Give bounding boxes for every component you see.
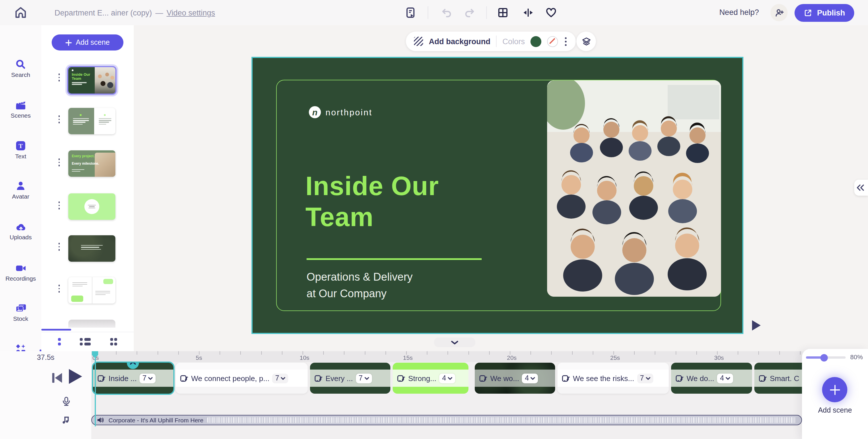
redo-icon[interactable] [464,7,475,19]
scene-thumbnail-4[interactable] [68,193,115,220]
mini-title-line2: Every milestone. [72,162,99,165]
sidebar-item-stock[interactable]: Stock [0,303,41,322]
scene-menu-icon[interactable] [56,243,62,251]
chevron-down-icon [646,377,650,380]
text-icon: T [15,140,26,152]
add-background-button[interactable]: Add background [429,37,491,45]
scene-menu-icon[interactable] [56,201,62,210]
green-color-swatch[interactable] [531,36,541,47]
clip-version-dropdown[interactable]: 7 [637,373,653,383]
scene-view-switcher [41,332,134,351]
title-separator: — [155,8,163,17]
scene-play-button[interactable] [752,320,761,331]
soundtrack-waveform [208,417,796,423]
brand-logo: n northpoint [309,106,372,118]
clip-label: We wo... [490,374,519,382]
chevron-down-icon [451,340,459,345]
layers-icon [581,36,591,46]
sidebar-item-label: Text [15,153,26,160]
sidebar-item-scenes[interactable]: Scenes [0,100,41,119]
scene-menu-icon[interactable] [56,115,62,123]
sidebar-item-label: Recordings [5,276,36,282]
sidebar-item-search[interactable]: Search [0,59,41,78]
total-duration: 37.5s [0,353,91,362]
timeline-clip-6[interactable]: We see the risks...7 [557,363,669,394]
grid-view-icon[interactable] [497,7,508,19]
playhead[interactable] [94,351,96,427]
scene-thumbnail-3[interactable]: Every project. Every milestone. [68,150,115,177]
clip-version-dropdown[interactable]: 4 [439,373,455,383]
chevron-down-icon [364,377,369,380]
timeline-clip-7[interactable]: We do...4 [671,363,752,394]
clip-version-dropdown[interactable]: 7 [140,373,156,383]
video-settings-link[interactable]: Video settings [166,8,215,17]
favorite-heart-icon[interactable] [546,7,557,19]
timeline-clip-3[interactable]: Every ...7 [310,363,391,394]
no-color-swatch[interactable] [547,36,558,47]
timeline-clip-2[interactable]: We connect people, p...7 [176,363,308,394]
add-scene-button[interactable]: Add scene [52,34,123,51]
scene-thumbnail-1[interactable]: Inside OurTeam [68,67,115,94]
invite-user-button[interactable] [770,4,787,21]
right-panel-collapse-handle[interactable] [854,180,868,196]
clapperboard-icon [14,100,27,111]
timeline-ruler[interactable]: 0s 5s 10s 15s 20s 25s 30s [91,351,802,362]
timeline-clip-8[interactable]: Smart. C [754,363,803,394]
ruler-label: 30s [714,354,724,361]
slide-subtitle[interactable]: Operations & Delivery at Our Company [307,269,413,302]
soundtrack-track[interactable]: Corporate - It's All Uphill From Here [91,415,802,425]
scene-thumbnail-2[interactable] [68,108,115,134]
clip-version-dropdown[interactable]: 7 [355,373,372,383]
soundtrack-note-icon[interactable] [61,415,71,425]
colors-label: Colors [503,37,525,45]
clip-expand-handle[interactable] [127,363,138,369]
sidebar-item-label: Stock [13,316,28,322]
timeline-clip-1[interactable]: Inside ...7 [93,363,174,394]
team-photo[interactable] [547,80,721,297]
ruler-label: 10s [300,354,309,361]
sidebar-item-uploads[interactable]: Uploads [0,221,41,241]
grid-view-icon[interactable] [110,338,117,345]
scene-menu-icon[interactable] [56,285,62,293]
scene-thumbnail-6[interactable] [68,277,115,304]
sidebar-item-text[interactable]: T Text [0,140,41,160]
home-icon[interactable] [14,6,28,20]
clip-version-dropdown[interactable]: 4 [717,373,733,383]
sidebar-item-avatar[interactable]: Avatar [0,180,41,200]
clip-version-dropdown[interactable]: 4 [522,373,538,383]
slide-title[interactable]: Inside Our Team [305,170,439,232]
top-bar: Department E... ainer (copy) — Video set… [0,0,868,26]
undo-icon[interactable] [441,7,453,19]
scene-menu-icon[interactable] [56,158,62,166]
timeline-clip-5[interactable]: We wo...4 [475,363,555,394]
slide-accent-line [307,258,482,260]
timeline-clip-4[interactable]: Strong...4 [393,363,468,394]
need-help-link[interactable]: Need help? [719,8,759,17]
scene-menu-icon[interactable] [56,73,62,82]
slide-canvas[interactable]: n northpoint Inside Our Team Operations … [253,58,742,333]
center-align-icon[interactable] [522,7,534,19]
document-title: Department E... ainer (copy) — Video set… [55,0,215,25]
layers-button[interactable] [577,32,596,51]
scene-thumbnail-7[interactable] [68,320,115,328]
zoom-slider-handle[interactable] [820,354,828,361]
timeline-zoom-slider[interactable] [806,356,846,359]
compact-view-icon[interactable] [58,338,61,345]
timeline-collapse-tab[interactable] [434,338,475,347]
sidebar-item-recordings[interactable]: Recordings [0,263,41,282]
timeline-clips: Inside ...7 We connect people, p...7 Eve… [0,363,868,394]
scroll-indicator [41,329,71,330]
add-scene-plus-button[interactable] [822,377,847,402]
script-icon[interactable] [405,7,417,19]
publish-button[interactable]: Publish [795,4,854,22]
mini-logo [72,69,73,71]
search-icon [15,59,26,70]
clip-label: We see the risks... [573,374,634,382]
clip-label: We connect people, p... [191,374,270,382]
list-view-icon[interactable] [80,338,91,345]
toolbar-more-menu-icon[interactable] [564,37,568,45]
mini-title-line2: Team [72,76,81,80]
voiceover-mic-icon[interactable] [61,397,71,406]
scene-thumbnail-5[interactable] [68,235,115,262]
clip-version-dropdown[interactable]: 7 [272,373,288,383]
